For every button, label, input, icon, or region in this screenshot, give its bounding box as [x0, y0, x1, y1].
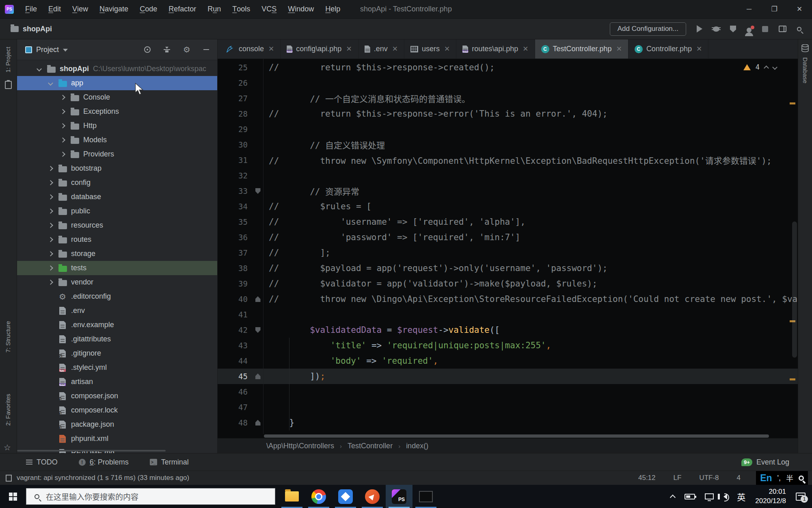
- taskbar-app-blue[interactable]: [332, 485, 359, 508]
- breadcrumb-item[interactable]: TestController: [348, 442, 393, 450]
- tree-item-vendor[interactable]: vendor: [17, 275, 217, 289]
- tree-item-exceptions[interactable]: Exceptions: [17, 104, 217, 119]
- user-icon[interactable]: [747, 28, 752, 33]
- tree-item--editorconfig[interactable]: ⚙.editorconfig: [17, 289, 217, 304]
- window-layout-icon[interactable]: [779, 26, 786, 32]
- tab-testcontroller-php[interactable]: CTestController.php✕: [535, 39, 628, 59]
- code-line-39[interactable]: 39// $validator = app('validator')->make…: [218, 276, 798, 291]
- code-line-31[interactable]: 31// throw new \Symfony\Component\HttpKe…: [218, 152, 798, 168]
- menu-file[interactable]: File: [19, 0, 43, 19]
- error-stripe-mark[interactable]: [790, 102, 795, 104]
- notification-icon[interactable]: 1: [796, 493, 806, 501]
- tree-item-providers[interactable]: Providers: [17, 147, 217, 161]
- chevron-right-icon[interactable]: [48, 208, 53, 214]
- code-line-29[interactable]: 29: [218, 122, 798, 137]
- locate-file-icon[interactable]: [144, 46, 151, 53]
- ime-language[interactable]: En: [760, 473, 772, 484]
- tree-item-config[interactable]: config: [17, 176, 217, 190]
- tab-config-api-php[interactable]: PHPconfig\api.php✕: [281, 39, 358, 59]
- chevron-right-icon[interactable]: [48, 194, 53, 200]
- ime-punctuation[interactable]: ',: [777, 474, 781, 482]
- chevron-right-icon[interactable]: [60, 137, 65, 143]
- chevron-right-icon[interactable]: [48, 237, 53, 242]
- chevron-right-icon[interactable]: [48, 265, 53, 271]
- chevron-right-icon[interactable]: [48, 251, 53, 256]
- prev-warning-icon[interactable]: [764, 65, 769, 71]
- menu-view[interactable]: View: [67, 0, 94, 19]
- stop-icon[interactable]: [762, 26, 768, 32]
- menu-help[interactable]: Help: [320, 0, 346, 19]
- tree-item--styleci-yml[interactable]: YML.styleci.yml: [17, 360, 217, 375]
- breadcrumb-item[interactable]: index(): [406, 442, 428, 450]
- taskbar-search-box[interactable]: 在这里输入你要搜索的内容: [26, 488, 275, 505]
- code-line-37[interactable]: 37// ];: [218, 245, 798, 261]
- tree-item--env[interactable]: .env: [17, 304, 217, 318]
- tab-console[interactable]: console✕: [220, 39, 281, 59]
- terminal-tab[interactable]: >_ Terminal: [150, 458, 189, 467]
- menu-vcs[interactable]: VCS: [256, 0, 282, 19]
- fold-marker-icon[interactable]: [255, 373, 261, 379]
- battery-icon[interactable]: [685, 494, 695, 499]
- ime-width-mode[interactable]: 半: [786, 473, 793, 483]
- tree-item-package-json[interactable]: {}package.json: [17, 417, 217, 432]
- database-icon[interactable]: [801, 44, 809, 52]
- inspection-widget[interactable]: 4: [743, 63, 777, 71]
- tree-item-app[interactable]: app: [17, 76, 217, 90]
- chevron-down-icon[interactable]: [37, 66, 42, 72]
- breadcrumb-item[interactable]: \App\Http\Controllers: [266, 442, 334, 450]
- taskbar-app-orange[interactable]: [359, 485, 386, 508]
- chevron-right-icon[interactable]: [60, 95, 65, 100]
- close-button[interactable]: ✕: [787, 0, 812, 18]
- code-line-43[interactable]: 43 'title' => 'required|unique:posts|max…: [218, 338, 798, 353]
- volume-icon[interactable]: [723, 494, 727, 499]
- code-line-32[interactable]: 32: [218, 168, 798, 183]
- start-button[interactable]: [0, 485, 26, 508]
- tray-expand-icon[interactable]: [670, 494, 676, 500]
- horizontal-scrollbar[interactable]: [264, 434, 769, 438]
- hide-panel-icon[interactable]: [203, 49, 209, 50]
- tree-item-resources[interactable]: resources: [17, 218, 217, 232]
- debug-icon[interactable]: [713, 26, 719, 32]
- network-icon[interactable]: [705, 493, 714, 499]
- taskbar-clock[interactable]: 20:01 2020/12/8: [755, 487, 786, 505]
- collapse-all-icon[interactable]: [164, 47, 170, 52]
- wrench-icon[interactable]: [799, 475, 804, 481]
- close-icon[interactable]: ✕: [268, 45, 274, 53]
- code-line-36[interactable]: 36// 'password' => ['required', 'min:7']: [218, 230, 798, 245]
- code-line-48[interactable]: 48 }: [218, 415, 798, 430]
- chevron-down-icon[interactable]: [63, 49, 68, 52]
- sidebar-tab-database[interactable]: Database: [802, 57, 809, 83]
- tree-horizontal-scrollbar[interactable]: [17, 450, 166, 452]
- project-selector[interactable]: shopApi: [11, 25, 52, 33]
- menu-tools[interactable]: Tools: [227, 0, 256, 19]
- code-line-30[interactable]: 30 // 自定义错误处理: [218, 137, 798, 152]
- tab-users[interactable]: users✕: [404, 39, 456, 59]
- tree-item--env-example[interactable]: .env.example: [17, 318, 217, 332]
- clipboard-icon[interactable]: [5, 81, 12, 89]
- code-line-26[interactable]: 26: [218, 75, 798, 91]
- tree-item-composer-lock[interactable]: {}composer.lock: [17, 403, 217, 417]
- tree-item-models[interactable]: Models: [17, 133, 217, 147]
- fold-marker-icon[interactable]: [255, 188, 261, 194]
- indent-size[interactable]: 4: [737, 474, 741, 482]
- code-line-45[interactable]: 45 ]);: [218, 369, 798, 384]
- tab-routes-api-php[interactable]: PHProutes\api.php✕: [456, 39, 535, 59]
- menu-run[interactable]: Run: [202, 0, 227, 19]
- sidebar-tab-project[interactable]: 1: Project: [4, 47, 11, 72]
- tray-ime-indicator[interactable]: 英: [737, 491, 745, 503]
- chevron-right-icon[interactable]: [48, 166, 53, 171]
- code-line-34[interactable]: 34// $rules = [: [218, 199, 798, 214]
- chevron-right-icon[interactable]: [60, 109, 65, 114]
- menu-refactor[interactable]: Refactor: [163, 0, 202, 19]
- code-editor[interactable]: 25// return $this->response->created();2…: [218, 59, 798, 434]
- coverage-icon[interactable]: [730, 26, 736, 33]
- file-encoding[interactable]: UTF-8: [699, 474, 719, 482]
- chevron-right-icon[interactable]: [48, 280, 53, 285]
- tab--env[interactable]: .env✕: [358, 39, 404, 59]
- close-icon[interactable]: ✕: [346, 45, 352, 53]
- close-icon[interactable]: ✕: [392, 45, 398, 53]
- chevron-right-icon[interactable]: [48, 180, 53, 185]
- tree-item-routes[interactable]: routes: [17, 232, 217, 247]
- favorites-star-icon[interactable]: ☆: [4, 443, 11, 452]
- caret-position[interactable]: 45:12: [638, 474, 656, 482]
